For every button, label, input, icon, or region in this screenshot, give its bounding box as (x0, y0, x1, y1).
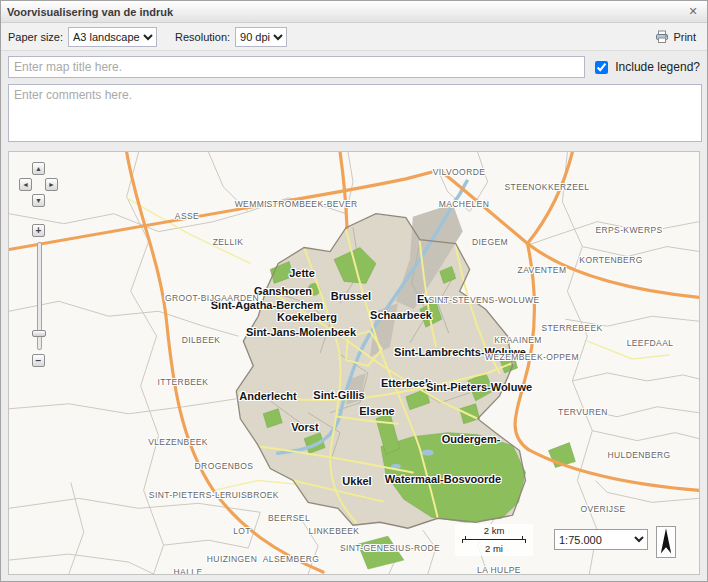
map-label: SINT-GENESIUS-RODE (340, 543, 440, 553)
map-label: ZAVENTEM (518, 265, 567, 275)
title-bar: Voorvisualisering van de indruk ✕ (1, 1, 707, 23)
dialog-title: Voorvisualisering van de indruk (7, 6, 685, 18)
map-label: VILVOORDE (433, 167, 486, 177)
map-label: Brussel (331, 290, 371, 302)
map-label: Vorst (291, 421, 318, 433)
map-label: BEERSEL (268, 513, 310, 523)
map-label: Sint-Lambrechts-Woluwe (394, 346, 526, 358)
map-label: STERREBEEK (541, 323, 602, 333)
map-label: LOT (233, 526, 251, 536)
paper-size-select[interactable]: A3 landscape (68, 27, 157, 47)
map-label: Oudergem- (442, 433, 501, 445)
map-label: Etterbeek (381, 377, 431, 389)
map-label: Sint-Pieters-Woluwe (426, 381, 532, 393)
map-label: Sint-Jans-Molenbeek (246, 326, 356, 338)
resolution-select[interactable]: 90 dpi (235, 27, 287, 47)
map-label: WEMMEL (235, 199, 276, 209)
map-label: RUISBROEK (225, 490, 279, 500)
pan-left-button[interactable]: ◄ (19, 178, 32, 191)
map-title-input[interactable] (8, 56, 585, 78)
toolbar: Paper size: A3 landscape Resolution: 90 … (1, 23, 707, 51)
map-label: LA HULPE (477, 565, 521, 575)
minus-icon: − (36, 356, 42, 366)
map-label: MACHELEN (439, 199, 489, 209)
map-scale-select[interactable]: 1:75.000 (554, 529, 648, 550)
print-button[interactable]: Print (651, 28, 700, 46)
close-icon[interactable]: ✕ (685, 4, 701, 20)
map-label: ASSE (175, 211, 199, 221)
map-label: Sint-Gillis (313, 389, 364, 401)
map-label: Anderlecht (239, 390, 296, 402)
map-label: Schaarbeek (370, 309, 432, 321)
include-legend-label: Include legend? (615, 60, 700, 74)
map-viewport[interactable]: JetteGanshorenBrusselEvereSint-Agatha-Be… (8, 151, 700, 575)
plus-icon: + (36, 226, 42, 236)
pan-up-icon: ▲ (35, 165, 42, 172)
map-label: HULDENBERG (607, 450, 670, 460)
map-label: DILBEEK (182, 335, 221, 345)
map-label: HUIZINGEN (207, 554, 257, 564)
map-label: OVERIJSE (580, 504, 625, 514)
map-label: KRAAINEM (494, 335, 542, 345)
zoom-out-button[interactable]: − (32, 354, 45, 367)
map-label: Watermaal-Bosvoorde (385, 473, 501, 485)
pan-down-button[interactable]: ▼ (32, 194, 45, 207)
map-label: WEZEMBEEK-OPPEM (485, 352, 579, 362)
map-label: ZELLIK (213, 237, 244, 247)
zoom-slider-handle[interactable] (32, 330, 46, 337)
map-label: VLEZENBEEK (148, 437, 208, 447)
map-label: SINT-STEVENS-WOLUWE (428, 295, 539, 305)
map-label: GROOT-BIJGAARDEN (165, 293, 259, 303)
map-label-layer: JetteGanshorenBrusselEvereSint-Agatha-Be… (9, 152, 699, 574)
map-label: Evere (417, 293, 447, 305)
map-label: LEEFDAAL (627, 338, 674, 348)
map-label: ITTERBEEK (158, 377, 209, 387)
scale-bar-mi-label: 2 mi (459, 543, 529, 554)
print-preview-dialog: Voorvisualisering van de indruk ✕ Paper … (0, 0, 708, 582)
map-label: Sint-Agatha-Berchem (211, 299, 323, 311)
map-label: ERPS-KWERPS (595, 225, 662, 235)
pan-up-button[interactable]: ▲ (32, 162, 45, 175)
pan-down-icon: ▼ (35, 197, 42, 204)
resolution-label: Resolution: (175, 31, 230, 43)
map-label: SINT-PIETERS-LEEUW (149, 490, 247, 500)
zoom-in-button[interactable]: + (32, 224, 45, 237)
map-label: Ganshoren (254, 285, 312, 297)
pan-right-icon: ► (48, 181, 55, 188)
include-legend-checkbox[interactable] (595, 61, 608, 74)
map-label: Ukkel (342, 475, 371, 487)
pan-right-button[interactable]: ► (45, 178, 58, 191)
map-label: TERVUREN (558, 407, 608, 417)
comments-textarea[interactable] (8, 84, 702, 142)
north-arrow (656, 526, 676, 558)
pan-left-icon: ◄ (22, 181, 29, 188)
map-label: DROGENBOS (195, 461, 254, 471)
map-label: STROMBEEK-BEVER (266, 199, 357, 209)
north-arrow-icon (657, 527, 675, 557)
scale-bar: 2 km 2 mi (455, 524, 533, 556)
map-label: DIEGEM (472, 237, 508, 247)
map-label: ALSEMBERG (263, 554, 320, 564)
scale-bar-km-label: 2 km (459, 525, 529, 536)
map-label: STEENOKKERZEEL (505, 182, 590, 192)
printer-icon (655, 30, 669, 44)
map-label: Koekelberg (277, 311, 337, 323)
map-label: Jette (289, 267, 315, 279)
map-label: HALLE (174, 567, 203, 575)
map-title-row: Include legend? (8, 56, 700, 78)
include-legend-wrap: Include legend? (591, 58, 700, 77)
map-label: KORTENBERG (579, 255, 642, 265)
map-label: Elsene (359, 405, 394, 417)
print-button-label: Print (673, 31, 696, 43)
map-label: LINKEBEEK (309, 526, 360, 536)
paper-size-label: Paper size: (8, 31, 63, 43)
